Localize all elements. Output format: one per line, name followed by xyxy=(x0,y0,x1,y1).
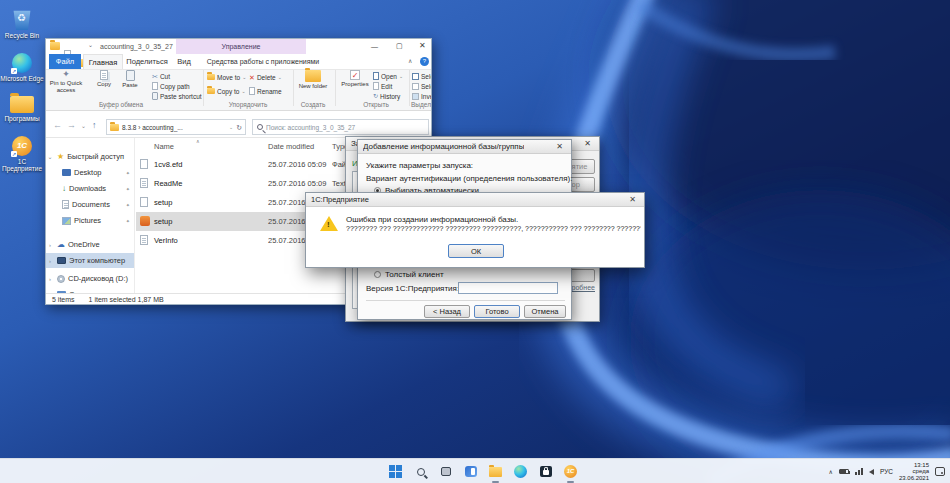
close-icon[interactable]: ✕ xyxy=(581,139,594,148)
ribbon-collapse-icon[interactable]: ∧ xyxy=(408,58,412,64)
select-none-button[interactable]: Select none xyxy=(412,81,432,91)
address-dropdown-icon[interactable]: ⌄ xyxy=(229,125,233,130)
maximize-button[interactable]: ▢ xyxy=(396,42,403,49)
paste-shortcut-icon xyxy=(152,92,158,100)
radio-thick-client[interactable]: Толстый клиент xyxy=(374,270,444,279)
wizard-finish-button[interactable]: Готово xyxy=(474,305,520,318)
version-input[interactable] xyxy=(458,282,558,294)
onec-app-button[interactable]: 1С xyxy=(561,462,580,481)
group-label-clipboard: Буфер обмена xyxy=(76,101,166,108)
move-to-button[interactable]: Move to⌄ xyxy=(207,72,246,82)
battery-icon[interactable] xyxy=(839,469,849,474)
paste-button[interactable]: Paste xyxy=(112,70,148,102)
close-icon[interactable]: ✕ xyxy=(553,142,566,151)
close-icon[interactable]: ✕ xyxy=(626,195,639,204)
chevron-down-icon[interactable]: ⌄ xyxy=(46,153,54,160)
tray-expand-icon[interactable]: ∧ xyxy=(829,469,833,475)
language-indicator[interactable]: РУС xyxy=(880,468,893,475)
delete-button[interactable]: ✕Delete⌄ xyxy=(249,72,282,82)
tab-file[interactable]: Файл xyxy=(49,54,81,69)
sidebar-item-downloads[interactable]: ↓ Downloads✦ xyxy=(46,181,134,196)
wizard-back-button[interactable]: < Назад xyxy=(424,305,470,318)
history-button[interactable]: ↻History xyxy=(373,91,400,101)
copy-to-button[interactable]: Copy to⌄ xyxy=(207,86,246,96)
address-bar[interactable]: 8.3.8 › accounting_... ⌄ ↻ xyxy=(106,119,246,135)
invert-selection-button[interactable]: Invert selection xyxy=(412,91,432,101)
clock[interactable]: 13:15 среда 23.06.2021 xyxy=(899,462,929,482)
properties-button[interactable]: ✓ Properties xyxy=(337,70,373,102)
close-button[interactable]: ✕ xyxy=(419,42,426,50)
edge-button[interactable] xyxy=(511,462,530,481)
open-icon xyxy=(373,72,379,80)
sidebar-item-pictures[interactable]: Pictures✦ xyxy=(46,213,134,228)
sidebar-item-this-pc[interactable]: › Этот компьютер xyxy=(46,253,134,268)
edge-icon xyxy=(514,465,527,478)
sidebar-item-desktop[interactable]: Desktop✦ xyxy=(46,165,134,180)
desktop-icon-programs[interactable]: Программы xyxy=(0,96,44,122)
edit-button[interactable]: Edit xyxy=(373,81,392,91)
sidebar-item-quick-access[interactable]: ⌄ ★ Быстрый доступ xyxy=(46,149,134,164)
chevron-down-icon: ⌄ xyxy=(278,75,282,80)
window-title: accounting_3_0_35_27 xyxy=(100,43,173,50)
qat-dropdown-icon[interactable]: ⌄ xyxy=(88,42,93,48)
volume-icon[interactable] xyxy=(869,469,874,475)
task-view-button[interactable] xyxy=(436,462,455,481)
select-all-button[interactable]: Select all xyxy=(412,71,432,81)
copy-path-button[interactable]: Copy path xyxy=(152,81,190,91)
network-icon[interactable] xyxy=(855,468,863,475)
chevron-right-icon[interactable]: › xyxy=(46,276,54,282)
tab-share[interactable]: Поделиться xyxy=(125,54,169,69)
search-button[interactable] xyxy=(411,462,430,481)
paste-shortcut-button[interactable]: Paste shortcut xyxy=(152,91,202,101)
tab-app-tools[interactable]: Средства работы с приложениями xyxy=(199,54,327,69)
forward-icon[interactable]: → xyxy=(67,121,76,130)
notification-center-icon[interactable] xyxy=(935,467,945,476)
widgets-icon xyxy=(465,466,477,477)
search-icon xyxy=(257,124,263,130)
minimize-button[interactable]: — xyxy=(371,43,378,50)
cut-button[interactable]: ✂Cut xyxy=(152,71,170,81)
error-line1: Ошибка при создании информационной базы. xyxy=(346,215,518,224)
sidebar-item-cd-drive[interactable]: › CD-дисковод (D:) xyxy=(46,271,134,286)
up-icon[interactable]: ↑ xyxy=(92,121,97,130)
recent-dropdown-icon[interactable]: ⌄ xyxy=(81,123,86,129)
desktop-icon-edge[interactable]: ↗ Microsoft Edge xyxy=(0,53,44,82)
pictures-icon xyxy=(62,217,71,225)
history-icon: ↻ xyxy=(373,93,378,99)
chevron-right-icon[interactable]: › xyxy=(46,258,54,264)
manage-tab-header[interactable]: Управление xyxy=(176,39,306,54)
tab-home[interactable]: Главная xyxy=(83,54,123,69)
store-button[interactable] xyxy=(536,462,555,481)
new-folder-icon xyxy=(305,70,321,82)
search-icon xyxy=(417,468,425,476)
search-box[interactable]: Поиск: accounting_3_0_35_27 xyxy=(252,119,429,135)
back-icon[interactable]: ← xyxy=(53,121,62,130)
error-ok-button[interactable]: ОК xyxy=(448,244,504,258)
refresh-icon[interactable]: ↻ xyxy=(236,124,242,131)
widgets-button[interactable] xyxy=(461,462,480,481)
file-name: setup xyxy=(154,217,172,226)
start-button[interactable] xyxy=(386,462,405,481)
pin-quick-access-button[interactable]: ✦ Pin to Quick access xyxy=(48,70,84,102)
open-button[interactable]: Open⌄ xyxy=(373,71,403,81)
select-all-icon xyxy=(412,73,419,80)
column-header-date[interactable]: Date modified xyxy=(268,142,314,151)
file-explorer-button[interactable] xyxy=(486,462,505,481)
help-icon[interactable]: ? xyxy=(420,57,429,66)
1c-icon: 1С ↗ xyxy=(12,136,32,156)
desktop-icon-label: 1С Предприятие xyxy=(0,158,44,173)
rename-button[interactable]: Rename xyxy=(249,86,282,96)
tab-view[interactable]: Вид xyxy=(171,54,197,69)
column-header-name[interactable]: Name xyxy=(154,142,174,151)
new-folder-button[interactable]: New folder xyxy=(295,70,331,102)
sidebar-item-onedrive[interactable]: › ☁ OneDrive xyxy=(46,237,134,252)
sidebar-item-documents[interactable]: Documents✦ xyxy=(46,197,134,212)
chevron-right-icon[interactable]: › xyxy=(46,242,54,248)
store-icon xyxy=(540,466,552,477)
pin-icon: ✦ xyxy=(126,170,130,176)
desktop-icon-1c[interactable]: 1С ↗ 1С Предприятие xyxy=(0,136,44,173)
wizard-cancel-button[interactable]: Отмена xyxy=(524,305,566,318)
downloads-icon: ↓ xyxy=(62,185,66,193)
pin-icon: ✦ xyxy=(62,70,70,79)
desktop-icon-recycle-bin[interactable]: ♻ Recycle Bin xyxy=(0,8,44,39)
